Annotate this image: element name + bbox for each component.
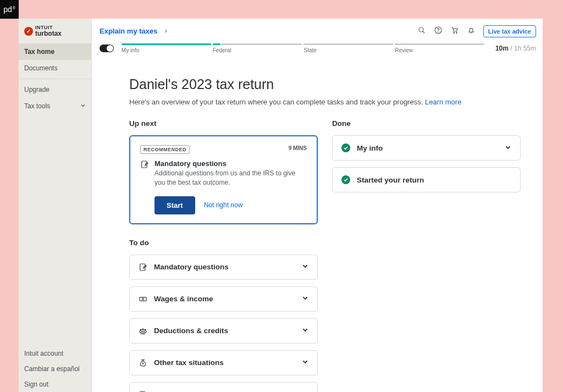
sidebar-item-upgrade[interactable]: Upgrade — [19, 81, 91, 98]
breadcrumb[interactable]: Explain my taxes — [100, 27, 168, 35]
left-column: Up next RECOMMENDED 9 MINS Mandatory que… — [129, 119, 318, 392]
svg-point-0 — [419, 27, 423, 32]
turbotax-mark-icon: ✓ — [24, 27, 33, 36]
topbar-actions: Live tax advice — [417, 25, 536, 37]
external-brand-logo: pd® — [0, 0, 19, 19]
progress-steps: My info Federal State Review — [122, 43, 484, 53]
svg-rect-5 — [142, 161, 147, 168]
chevron-right-icon — [163, 28, 168, 35]
sidebar-item-tax-tools[interactable]: Tax tools — [19, 98, 91, 114]
sidebar-item-sign-out[interactable]: Sign out — [19, 377, 91, 392]
todo-item-other-tax-situations[interactable]: Other tax situations — [129, 350, 318, 376]
sidebar-item-label: Tax tools — [24, 102, 50, 110]
todo-item-label: Other tax situations — [154, 358, 295, 367]
todo-item-label: Mandatory questions — [154, 263, 295, 271]
time-estimate: 10m / 1h 55m — [492, 45, 536, 52]
sidebar-item-intuit-account[interactable]: Intuit account — [19, 346, 91, 361]
sidebar: ✓ INTUIT turbotax Tax home Documents Upg… — [19, 19, 92, 392]
svg-rect-7 — [140, 297, 146, 301]
done-item-started-return[interactable]: Started your return — [332, 167, 521, 192]
done-item-my-info[interactable]: My info — [332, 135, 521, 161]
search-icon[interactable] — [417, 26, 426, 36]
sidebar-item-label: Documents — [24, 64, 58, 72]
svg-point-4 — [456, 32, 457, 34]
document-edit-icon — [140, 160, 149, 169]
todo-heading: To do — [129, 239, 318, 247]
chevron-down-icon — [302, 263, 308, 271]
recommended-title: Mandatory questions — [154, 159, 307, 168]
sidebar-item-language-toggle[interactable]: Cambiar a español — [19, 361, 91, 377]
todo-item-mandatory-questions[interactable]: Mandatory questions — [129, 255, 318, 280]
right-column: Done My info Start — [332, 119, 521, 392]
sidebar-footer: Intuit account Cambiar a español Sign ou… — [19, 346, 91, 392]
svg-point-3 — [454, 32, 455, 34]
page-subtitle: Here's an overview of your tax return wh… — [129, 98, 521, 106]
done-item-label: Started your return — [357, 176, 511, 184]
svg-point-8 — [142, 298, 143, 300]
document-edit-icon — [139, 263, 147, 272]
todo-item-federal-review[interactable]: Federal review — [129, 382, 318, 392]
progress-step-state[interactable]: State — [303, 43, 393, 53]
progress-toggle[interactable] — [100, 45, 114, 52]
check-circle-icon — [341, 143, 350, 152]
chevron-down-icon — [505, 144, 511, 152]
recommended-description: Additional questions from us and the IRS… — [154, 169, 307, 187]
breadcrumb-label: Explain my taxes — [100, 27, 158, 35]
todo-item-deductions-credits[interactable]: Deductions & credits — [129, 318, 318, 344]
estimated-time: 9 MINS — [289, 145, 307, 151]
not-right-now-link[interactable]: Not right now — [204, 201, 243, 209]
todo-item-label: Deductions & credits — [154, 327, 295, 335]
up-next-heading: Up next — [129, 119, 318, 128]
topbar: Explain my taxes Live tax advice — [92, 19, 543, 43]
brand-text: INTUIT turbotax — [35, 25, 62, 37]
document-search-icon — [139, 390, 147, 392]
svg-rect-6 — [140, 264, 145, 270]
sidebar-item-label: Upgrade — [24, 86, 49, 93]
money-bag-icon — [139, 358, 147, 367]
chevron-down-icon — [302, 295, 308, 303]
divider — [19, 79, 91, 79]
app-window: ✓ INTUIT turbotax Tax home Documents Upg… — [19, 19, 543, 392]
sidebar-item-tax-home[interactable]: Tax home — [19, 43, 91, 60]
live-tax-advice-button[interactable]: Live tax advice — [483, 25, 536, 37]
start-button[interactable]: Start — [154, 196, 195, 214]
progress-step-federal[interactable]: Federal — [213, 43, 302, 53]
check-circle-icon — [341, 175, 350, 184]
progress-step-review[interactable]: Review — [395, 43, 484, 53]
sidebar-item-documents[interactable]: Documents — [19, 60, 91, 76]
progress-step-my-info[interactable]: My info — [122, 43, 211, 53]
bell-icon[interactable] — [467, 26, 476, 36]
chevron-down-icon — [80, 102, 86, 110]
cart-icon[interactable] — [450, 26, 459, 36]
todo-item-wages-income[interactable]: Wages & income — [129, 286, 318, 312]
done-item-label: My info — [357, 144, 498, 152]
recommended-badge: RECOMMENDED — [140, 145, 190, 154]
chevron-down-icon — [302, 358, 308, 367]
learn-more-link[interactable]: Learn more — [425, 98, 461, 106]
done-heading: Done — [332, 119, 521, 128]
chevron-down-icon — [302, 327, 308, 335]
brand-logo: ✓ INTUIT turbotax — [19, 19, 91, 43]
sidebar-item-label: Sign out — [24, 380, 48, 388]
recommended-card: RECOMMENDED 9 MINS Mandatory questions A… — [129, 135, 318, 224]
main-content: Explain my taxes Live tax advice — [92, 19, 543, 392]
todo-item-label: Wages & income — [154, 295, 295, 303]
page-title: Daniel's 2023 tax return — [129, 76, 521, 92]
help-icon[interactable] — [434, 26, 443, 36]
money-icon — [139, 295, 147, 303]
scales-icon — [139, 327, 147, 335]
progress-bar: My info Federal State Review 10m / 1h 55… — [92, 43, 543, 57]
sidebar-item-label: Cambiar a español — [24, 365, 80, 373]
svg-point-2 — [438, 32, 438, 32]
sidebar-item-label: Tax home — [24, 48, 54, 56]
page-content: Daniel's 2023 tax return Here's an overv… — [92, 57, 543, 392]
sidebar-item-label: Intuit account — [24, 350, 63, 357]
